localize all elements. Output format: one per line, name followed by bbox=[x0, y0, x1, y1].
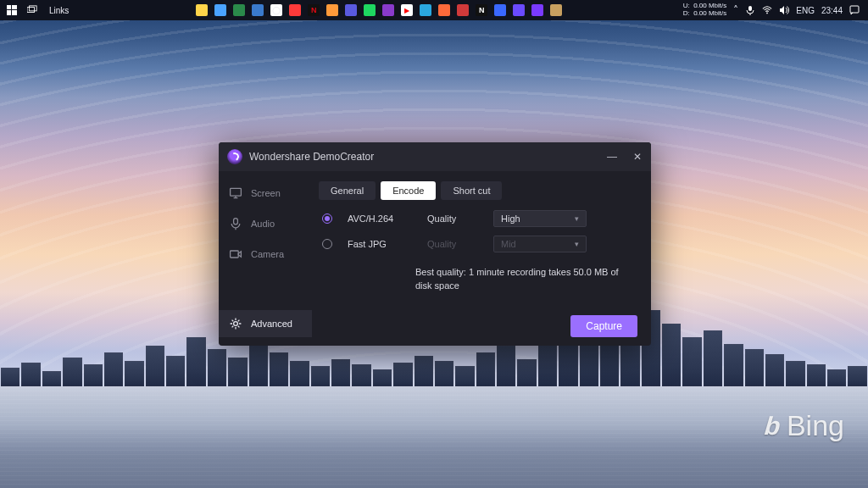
encode-options: AVC/H.264 Quality High ▾ Fast JPG Qualit… bbox=[322, 210, 637, 293]
radio-avc[interactable] bbox=[322, 214, 332, 224]
taskbar-app-edge[interactable] bbox=[252, 4, 264, 16]
chevron-down-icon: ▾ bbox=[575, 214, 579, 223]
tray-language[interactable]: ENG bbox=[796, 6, 815, 15]
svg-rect-1 bbox=[12, 5, 17, 9]
taskbar-app-explorer[interactable] bbox=[196, 4, 208, 16]
svg-rect-2 bbox=[7, 10, 11, 15]
taskview-icon[interactable] bbox=[24, 2, 41, 19]
monitor-icon bbox=[229, 186, 242, 200]
taskbar-app-onenote[interactable] bbox=[382, 4, 394, 16]
tray-mic-icon[interactable] bbox=[745, 5, 755, 15]
tray-clock[interactable]: 23:44 bbox=[821, 6, 843, 15]
camera-icon bbox=[229, 247, 242, 261]
bing-text: Bing bbox=[787, 409, 844, 442]
mic-icon bbox=[229, 217, 242, 230]
svg-rect-10 bbox=[234, 219, 238, 225]
sidebar-item-audio[interactable]: Audio bbox=[219, 210, 312, 237]
radio-fastjpg[interactable] bbox=[322, 239, 332, 249]
minimize-button[interactable]: — bbox=[607, 151, 617, 163]
sidebar-item-label: Audio bbox=[251, 219, 275, 229]
taskbar-app-generic2[interactable] bbox=[345, 4, 357, 16]
svg-point-7 bbox=[766, 13, 768, 14]
democreator-window: Wondershare DemoCreator — ✕ Screen Audio… bbox=[219, 142, 651, 346]
svg-rect-0 bbox=[7, 5, 11, 9]
sidebar: Screen Audio Camera Advanced bbox=[219, 171, 312, 346]
taskbar-app-store[interactable] bbox=[214, 4, 226, 16]
tab-shortcut[interactable]: Short cut bbox=[441, 181, 502, 200]
svg-rect-6 bbox=[748, 6, 752, 11]
window-title: Wondershare DemoCreator bbox=[249, 151, 374, 163]
svg-rect-3 bbox=[12, 10, 17, 15]
titlebar[interactable]: Wondershare DemoCreator — ✕ bbox=[219, 142, 651, 171]
close-button[interactable]: ✕ bbox=[632, 151, 643, 163]
taskbar-app-generic3[interactable] bbox=[438, 4, 450, 16]
taskbar-app-notion[interactable]: N bbox=[476, 4, 487, 16]
quality-select-value: High bbox=[501, 214, 520, 224]
tray-network-speed[interactable]: U: 0.00 Mbit/s D: 0.00 Mbit/s bbox=[683, 3, 727, 18]
quality-label-disabled: Quality bbox=[427, 239, 478, 249]
svg-rect-4 bbox=[27, 8, 35, 13]
taskbar-links[interactable]: Links bbox=[44, 6, 74, 15]
taskbar: Links ◯ N ▶ N U: 0.00 Mbit/s D: 0.00 Mbi… bbox=[0, 0, 868, 20]
taskbar-app-generic1[interactable] bbox=[326, 4, 338, 16]
bing-watermark: b Bing bbox=[765, 409, 844, 442]
taskbar-app-teams[interactable] bbox=[513, 4, 525, 16]
taskbar-app-generic4[interactable] bbox=[494, 4, 506, 16]
taskbar-app-generic5[interactable] bbox=[550, 4, 562, 16]
taskbar-apps: ◯ N ▶ N bbox=[196, 4, 562, 16]
tabs: General Encode Short cut bbox=[319, 181, 637, 200]
quality-note: Best quality: 1 minute recording takes 5… bbox=[415, 266, 637, 293]
quality-select-disabled-value: Mid bbox=[501, 239, 516, 249]
tab-general[interactable]: General bbox=[319, 181, 376, 200]
taskbar-app-office[interactable] bbox=[457, 4, 469, 16]
radio-fastjpg-label: Fast JPG bbox=[348, 239, 412, 249]
sidebar-item-label: Camera bbox=[251, 249, 284, 259]
quality-label: Quality bbox=[427, 214, 478, 224]
taskbar-app-mail[interactable] bbox=[233, 4, 245, 16]
bing-icon: b bbox=[763, 412, 781, 441]
tray-chevron-up-icon[interactable]: ˄ bbox=[733, 5, 738, 15]
svg-rect-8 bbox=[850, 6, 859, 13]
svg-point-12 bbox=[234, 322, 238, 326]
taskbar-app-chrome[interactable]: ◯ bbox=[270, 4, 282, 16]
sidebar-item-advanced[interactable]: Advanced bbox=[219, 310, 312, 337]
quality-select-disabled: Mid ▾ bbox=[493, 236, 587, 252]
taskbar-app-democreator[interactable] bbox=[531, 4, 543, 16]
taskbar-app-youtube[interactable]: ▶ bbox=[401, 4, 413, 16]
gear-icon bbox=[229, 317, 242, 330]
tray-notifications-icon[interactable] bbox=[849, 5, 860, 15]
taskbar-app-youtube-music[interactable] bbox=[289, 4, 301, 16]
system-tray: U: 0.00 Mbit/s D: 0.00 Mbit/s ˄ ENG 23:4… bbox=[683, 3, 865, 18]
tray-wifi-icon[interactable] bbox=[762, 5, 772, 15]
radio-avc-label: AVC/H.264 bbox=[348, 214, 412, 224]
app-logo-icon bbox=[227, 149, 242, 164]
taskbar-app-netflix[interactable]: N bbox=[308, 4, 320, 16]
svg-rect-9 bbox=[231, 188, 242, 196]
sidebar-item-label: Advanced bbox=[251, 319, 292, 329]
chevron-down-icon: ▾ bbox=[575, 240, 579, 248]
svg-rect-11 bbox=[231, 251, 239, 258]
capture-button[interactable]: Capture bbox=[570, 315, 637, 337]
wallpaper-water bbox=[0, 386, 868, 488]
content-area: General Encode Short cut AVC/H.264 Quali… bbox=[312, 171, 651, 346]
taskbar-app-spotify[interactable] bbox=[364, 4, 376, 16]
tab-encode[interactable]: Encode bbox=[381, 181, 436, 200]
quality-select[interactable]: High ▾ bbox=[493, 210, 587, 227]
tray-volume-icon[interactable] bbox=[779, 5, 789, 15]
sidebar-item-camera[interactable]: Camera bbox=[219, 241, 312, 268]
svg-rect-5 bbox=[30, 6, 37, 11]
sidebar-item-label: Screen bbox=[251, 188, 281, 198]
taskbar-app-telegram[interactable] bbox=[420, 4, 431, 16]
start-button[interactable] bbox=[3, 2, 20, 19]
sidebar-item-screen[interactable]: Screen bbox=[219, 180, 312, 207]
